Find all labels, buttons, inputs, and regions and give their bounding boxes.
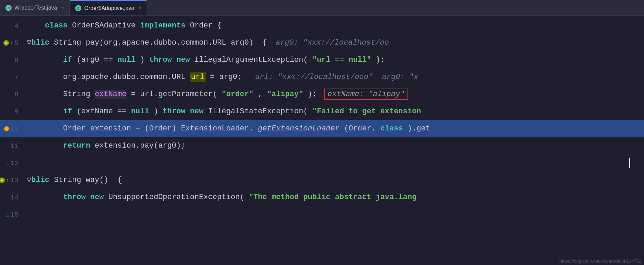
debug-dot-5: ●: [3, 40, 9, 46]
tab-label-order-adaptive: Order$Adaptive.java: [84, 5, 134, 11]
fold-btn-12[interactable]: △: [6, 160, 9, 166]
keyword-class: class: [45, 21, 68, 30]
code-assign-7: = arg0;: [210, 73, 242, 81]
fold-btn-15[interactable]: △: [6, 212, 9, 218]
arrow-up-13: ↑: [6, 177, 9, 183]
string-alipay-8: "alipay": [267, 90, 303, 99]
line-num-text-7: 7: [14, 73, 19, 81]
code-line-12: △ 12: [0, 154, 644, 172]
code-end-6: );: [376, 56, 385, 64]
code-order-type-10: Order extension = (Order) ExtensionLoade…: [63, 124, 254, 133]
line-number-12: △ 12: [0, 159, 24, 167]
code-line-7: 7 org.apache.dubbo.common.URL url = arg0…: [0, 69, 644, 86]
line-num-text-5: 5: [14, 39, 19, 47]
keyword-implements: implements: [140, 21, 185, 30]
highlight-url-7: url: [190, 72, 206, 82]
code-line-6: 6 if (arg0 == null ) throw new IllegalAr…: [0, 51, 644, 69]
code-content-14: throw new UnsupportedOperationException(…: [24, 189, 644, 206]
debug-dot-13: ●: [0, 177, 5, 183]
keyword-throw-6: throw: [149, 56, 172, 64]
code-assign-extname-8: = url.getParameter(: [131, 90, 217, 99]
keyword-public-13: blic: [31, 176, 49, 184]
line-num-text-15: 15: [10, 211, 19, 219]
code-line-8: 8 String extName = url.getParameter( "or…: [0, 86, 644, 103]
code-content-9: if (extName == null ) throw new IllegalS…: [24, 103, 644, 120]
code-exception-6: IllegalArgumentException(: [195, 56, 308, 64]
line-num-text-13: 13: [10, 176, 19, 184]
line-number-4: 4: [0, 22, 24, 30]
code-get-10: ).get: [407, 124, 430, 133]
line-number-15: △ 15: [0, 211, 24, 219]
implements-order: Order {: [190, 21, 221, 30]
code-order-class-10: (Order.: [344, 124, 376, 133]
code-url-type-7: org.apache.dubbo.common.URL: [63, 73, 190, 81]
line-number-8: 8: [0, 91, 24, 99]
scrollbar-hint: https://blog.csdn.net/xxx/article/id/194…: [560, 258, 641, 264]
line-num-text-14: 14: [10, 194, 19, 201]
tab-close-order-adaptive[interactable]: ×: [138, 5, 141, 11]
keyword-if-6: if: [63, 56, 72, 64]
code-way-13: String way() {: [54, 176, 122, 184]
code-content-13: ▽blic String way() {: [24, 172, 644, 189]
fold-btn-5[interactable]: ▽: [27, 38, 31, 47]
extname-hint-box: extName: "alipay": [324, 89, 408, 100]
line-number-9: 9: [0, 108, 24, 116]
keyword-throw-14: throw: [63, 193, 86, 201]
tab-bar: c WrapperTest.java × c Order$Adaptive.ja…: [0, 0, 644, 16]
tab-icon-wrapper-test: c: [5, 5, 12, 11]
code-content-11: return extension.pay(arg0);: [24, 137, 644, 154]
code-content-10: Order extension = (Order) ExtensionLoade…: [24, 120, 644, 137]
tab-icon-order-adaptive: c: [75, 5, 81, 11]
keyword-null-9: null: [131, 107, 149, 116]
code-content-7: org.apache.dubbo.common.URL url = arg0; …: [24, 69, 644, 86]
code-if-6: (arg0 ==: [77, 56, 117, 64]
string-url-null-6: "url == null": [312, 56, 371, 64]
string-method-14: "The method public abstract java.lang: [249, 193, 416, 201]
line-number-14: 14: [0, 194, 24, 201]
code-unsupported-14: UnsupportedOperationException(: [108, 193, 244, 201]
breakpoint-10: [4, 126, 9, 131]
line-number-5: ● ↑ 5: [0, 39, 24, 47]
code-area: 4 class Order$Adaptive implements Order …: [0, 16, 644, 265]
string-order-8: "order": [222, 90, 253, 99]
code-content-6: if (arg0 == null ) throw new IllegalArgu…: [24, 51, 644, 69]
code-line-10: 10 Order extension = (Order) ExtensionLo…: [0, 120, 644, 137]
editor-container: c WrapperTest.java × c Order$Adaptive.ja…: [0, 0, 644, 265]
code-paren-8: );: [308, 90, 317, 99]
code-lines: 4 class Order$Adaptive implements Order …: [0, 16, 644, 223]
code-content-5: ▽blic String pay(org.apache.dubbo.common…: [24, 34, 644, 51]
code-line-9: 9 if (extName == null ) throw new Illega…: [0, 103, 644, 120]
code-line-5: ● ↑ 5 ▽blic String pay(org.apache.dubbo.…: [0, 34, 644, 51]
keyword-class-10: class: [380, 124, 403, 133]
line-num-text-11: 11: [10, 142, 19, 150]
line-num-text-4: 4: [14, 22, 19, 30]
line-num-text-10: 10: [10, 125, 19, 133]
fold-btn-13[interactable]: ▽: [27, 176, 31, 184]
inline-hint-7: url: "xxx://localhost/ooo" arg0: "x: [251, 73, 418, 81]
string-failed-9: "Failed to get extension: [312, 107, 421, 116]
line-number-13: ● ↑ 13: [0, 176, 24, 184]
tab-label-wrapper-test: WrapperTest.java: [14, 5, 57, 11]
code-method-10: getExtensionLoader: [258, 124, 340, 133]
code-line-4: 4 class Order$Adaptive implements Order …: [0, 17, 644, 34]
class-name: Order$Adaptive: [72, 21, 140, 30]
tab-order-adaptive[interactable]: c Order$Adaptive.java ×: [70, 0, 147, 15]
code-content-8: String extName = url.getParameter( "orde…: [24, 86, 644, 103]
highlight-extname-8: extName: [95, 90, 126, 99]
keyword-new-9: new: [190, 107, 204, 116]
line-number-10: 10: [0, 125, 24, 133]
code-line-15: △ 15: [0, 206, 644, 223]
line-number-6: 6: [0, 56, 24, 64]
tab-wrapper-test[interactable]: c WrapperTest.java ×: [0, 0, 70, 15]
keyword-if-9: if: [63, 107, 72, 116]
code-line-13: ● ↑ 13 ▽blic String way() {: [0, 172, 644, 189]
keyword-return-11: return: [63, 141, 90, 150]
code-illegalstate-9: IllegalStateException(: [208, 107, 308, 116]
tab-close-wrapper-test[interactable]: ×: [61, 5, 64, 11]
keyword-throw-9: throw: [163, 107, 185, 116]
code-extname-check-9: (extName ==: [77, 107, 131, 116]
line-number-11: 11: [0, 142, 24, 150]
string-pay-5: String pay(org.apache.dubbo.common.URL a…: [54, 38, 272, 47]
arrow-up-5: ↑: [10, 40, 13, 46]
code-comma-8: ,: [258, 90, 267, 99]
